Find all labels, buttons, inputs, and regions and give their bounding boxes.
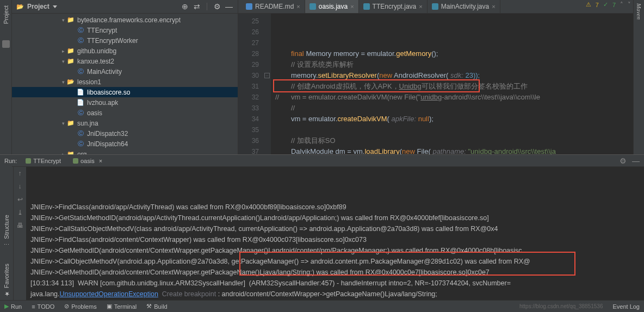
tree-item[interactable]: TTEncryptWorker xyxy=(12,35,238,46)
dropdown-icon[interactable] xyxy=(53,5,57,8)
check-icon: ✓ xyxy=(603,1,608,8)
editor-tab-bar: README.md×oasis.java×TTEncrypt.java×Main… xyxy=(238,0,633,14)
inspection-widget[interactable]: ⚠7 ✓7 ˄ ˅ xyxy=(586,1,631,8)
line-gutter[interactable]: 25262728293031323334353637 xyxy=(238,14,263,154)
status-problems[interactable]: ⊘Problems xyxy=(64,303,96,310)
run-label: Run: xyxy=(4,158,17,164)
status-run[interactable]: ▶Run xyxy=(4,303,22,310)
chevron-up-icon[interactable]: ˄ xyxy=(620,1,623,8)
scroll-icon[interactable]: ⤓ xyxy=(16,208,24,217)
pkg-icon xyxy=(66,47,75,55)
java-file-icon xyxy=(432,3,438,10)
class-icon xyxy=(76,67,85,76)
close-icon[interactable]: × xyxy=(419,3,422,10)
tree-item[interactable]: github.unidbg xyxy=(12,46,238,56)
tree-item[interactable]: org xyxy=(12,149,238,154)
pkg-icon xyxy=(66,57,75,66)
run-tool-window: Run: TTEncrypt oasis× ⚙ — ▶ ■ 📷 ▣ ⎋ 🗑 ↑ … xyxy=(0,154,644,300)
tree-item[interactable]: lvzhou.apk xyxy=(12,97,238,108)
maven-tool-label[interactable]: Maven xyxy=(636,3,642,20)
project-panel: Project ⊕ ⇄ ⚙ — bytedance.frameworks.cor… xyxy=(12,0,238,154)
wrap-icon[interactable]: ↩ xyxy=(16,195,24,204)
class-icon xyxy=(76,26,85,35)
file-icon xyxy=(76,88,85,97)
run-toolbar-2: ↑ ↓ ↩ ⤓ 🖶 xyxy=(13,167,26,300)
project-tree[interactable]: bytedance.frameworks.core.encryptTTEncry… xyxy=(12,14,238,154)
editor-tab[interactable]: README.md× xyxy=(242,0,305,13)
status-terminal[interactable]: ▣Terminal xyxy=(107,303,137,310)
tree-item[interactable]: JniDispatch64 xyxy=(12,139,238,149)
down-icon[interactable]: ↓ xyxy=(16,182,24,191)
stacktrace-link[interactable]: UnsupportedOperationException xyxy=(60,290,158,298)
expand-icon[interactable]: ⇄ xyxy=(193,2,201,11)
class-icon xyxy=(76,140,85,148)
tree-item[interactable]: kanxue.test2 xyxy=(12,56,238,66)
close-icon[interactable]: × xyxy=(350,3,354,10)
class-icon xyxy=(76,36,85,45)
watermark-url: https://blog.csdn.net/qq_38851536 xyxy=(519,303,603,309)
folder-icon xyxy=(66,78,75,86)
tree-item[interactable]: lession1 xyxy=(12,77,238,87)
print-icon[interactable]: 🖶 xyxy=(16,221,24,230)
tree-item[interactable]: sun.jna xyxy=(12,118,238,128)
left-gutter-icon[interactable] xyxy=(2,40,10,48)
hide-icon[interactable]: — xyxy=(225,2,233,11)
structure-tool-label[interactable]: ⋮Structure xyxy=(3,215,10,247)
warning-icon: ⚠ xyxy=(586,1,591,8)
console-output[interactable]: JNIEnv->FindClass(android/app/ActivityTh… xyxy=(26,167,644,300)
editor-area: README.md×oasis.java×TTEncrypt.java×Main… xyxy=(238,0,633,154)
tree-item[interactable]: bytedance.frameworks.core.encrypt xyxy=(12,15,238,25)
class-icon xyxy=(76,109,85,117)
right-tool-gutter: Maven xyxy=(633,0,644,154)
tree-item[interactable]: MainActivity xyxy=(12,66,238,77)
folder-icon xyxy=(16,3,24,10)
status-build[interactable]: ⚒Build xyxy=(146,303,167,310)
close-icon[interactable]: × xyxy=(99,158,102,164)
class-icon xyxy=(76,129,85,138)
java-file-icon xyxy=(309,3,316,10)
pkg-icon xyxy=(66,150,75,155)
tree-item[interactable]: JniDispatch32 xyxy=(12,128,238,139)
code-editor[interactable]: final Memory memory = emulator.getMemory… xyxy=(271,14,633,154)
run-tab-oasis[interactable]: oasis× xyxy=(70,157,106,165)
project-header: Project ⊕ ⇄ ⚙ — xyxy=(12,0,238,14)
java-file-icon xyxy=(363,3,370,10)
md-file-icon xyxy=(246,3,252,10)
pkg-icon xyxy=(66,119,75,128)
status-bar: ▶Run ≡TODO ⊘Problems ▣Terminal ⚒Build ht… xyxy=(0,300,644,312)
tree-item[interactable]: oasis xyxy=(12,108,238,118)
file-icon xyxy=(76,98,85,107)
up-icon[interactable]: ↑ xyxy=(16,169,24,178)
favorites-tool-label[interactable]: ★Favorites xyxy=(3,264,10,297)
tree-item[interactable]: TTEncrypt xyxy=(12,25,238,35)
gear-icon[interactable]: ⚙ xyxy=(620,157,627,165)
run-header: Run: TTEncrypt oasis× ⚙ — xyxy=(0,155,644,167)
left-gutter-lower: ⋮Structure ★Favorites xyxy=(0,166,12,297)
close-icon[interactable]: × xyxy=(296,3,300,10)
editor-tab[interactable]: oasis.java× xyxy=(305,0,359,13)
editor-tab[interactable]: MainActivity.java× xyxy=(428,0,500,13)
tree-item[interactable]: liboasiscore.so xyxy=(12,87,238,97)
left-tool-gutter: Project xyxy=(0,0,12,154)
project-title: Project xyxy=(27,3,49,10)
minimize-icon[interactable]: — xyxy=(632,157,640,165)
chevron-down-icon[interactable]: ˅ xyxy=(628,1,631,8)
status-eventlog[interactable]: Event Log xyxy=(612,303,640,310)
fold-mark-icon[interactable]: – xyxy=(264,73,270,78)
run-tab-ttencrypt[interactable]: TTEncrypt xyxy=(22,157,64,165)
fold-gutter[interactable]: – xyxy=(263,14,271,154)
status-todo[interactable]: ≡TODO xyxy=(32,303,54,310)
editor-tab[interactable]: TTEncrypt.java× xyxy=(359,0,428,13)
close-icon[interactable]: × xyxy=(492,3,495,10)
locate-icon[interactable]: ⊕ xyxy=(181,2,189,11)
gear-icon[interactable]: ⚙ xyxy=(213,2,221,11)
pkg-icon xyxy=(66,16,75,24)
project-tool-label[interactable]: Project xyxy=(3,3,9,26)
